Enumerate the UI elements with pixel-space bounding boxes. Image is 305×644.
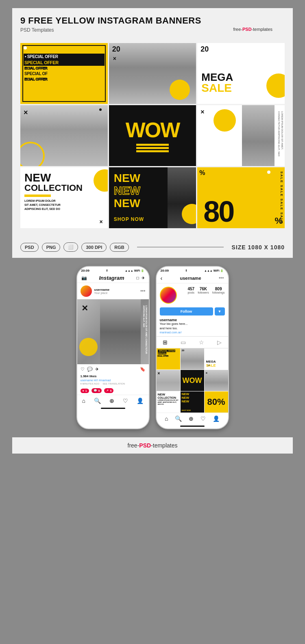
status-bar-2: 20:09 ⇑ ▲▲▲ WiFi 🔋 (157, 267, 228, 273)
phone-mockups-section: 20:09 ⇑ ▲▲▲ WiFi 🔋 📷 Instagram □ ✈ (12, 258, 293, 437)
x-mark: ✕ (81, 303, 88, 313)
plus-nav-icon-2[interactable]: ⊕ (189, 415, 194, 422)
copy-icon: ⬜ (68, 244, 74, 250)
banner-fashion-photo: 20 × (109, 43, 196, 104)
badge-rgb: RGB (110, 243, 129, 252)
follow-dropdown[interactable]: ▼ (215, 307, 225, 316)
page-title: 9 FREE YELLOW INSTAGRAM BANNERS (20, 15, 285, 26)
profile-tabs: ⊞ ▭ ☆ ▷ (157, 336, 228, 348)
grid-cell-3: 20 MEGA SALE (205, 348, 228, 370)
share-icon[interactable]: ✈ (95, 367, 99, 372)
profile-avatar (160, 287, 177, 304)
banner-mega-sale: 20 MEGA SALE (197, 43, 285, 104)
search-nav-icon[interactable]: 🔍 (94, 398, 101, 404)
more-options-icon[interactable]: ••• (219, 275, 224, 281)
bottom-nav-2: ⌂ 🔍 ⊕ ♡ 👤 (157, 413, 228, 424)
grid-cell-7: NEW COLLECTION LOREM IPSUM DOLOR SIT AME… (157, 391, 180, 413)
comment-icon[interactable]: 💬 (87, 367, 93, 372)
grid-cell-4: × (157, 370, 180, 391)
logo-top: free-PSD-templates (233, 27, 272, 32)
post-side-text: LOREM IPSUM DOLOR SIT AMET, CONSECTETUR … (143, 305, 148, 364)
heart-nav-icon-2[interactable]: ♡ (200, 415, 206, 422)
banner-new-repeated: NEW NEW NEW SHOP NOW (109, 167, 196, 228)
post-caption: username Hi!! #marinad (77, 379, 149, 383)
send-icon: ✈ (142, 276, 145, 280)
bottom-nav-1: ⌂ 🔍 ⊕ ♡ 👤 (77, 395, 149, 406)
badge-psd: PSD (20, 243, 39, 252)
home-nav-icon-2[interactable]: ⌂ (165, 415, 168, 422)
list-tab[interactable]: ▭ (181, 339, 186, 346)
grid-cell-8: NEWNEWNEW SHOP NOW (181, 391, 204, 413)
grid-cell-9: 80% (205, 391, 228, 413)
location-icon-2: ⇑ (185, 269, 187, 272)
footer-section: free-PSD-templates (12, 437, 293, 454)
file-info-section: PSD PNG ⬜ 300 DPI RGB SIZE 1080 X 1080 (12, 236, 293, 258)
share-notification: ↗5 (104, 388, 113, 393)
banner-80-sale: % 80 % SALE SALE SALE SALE (197, 167, 285, 228)
more-icon: ••• (140, 288, 146, 294)
profile-header: ‹ username ••• (157, 273, 228, 283)
back-icon[interactable]: ‹ (161, 275, 163, 281)
notifications-row: ♥1 💬9 ↗5 (77, 387, 149, 395)
profile-grid: • SPECIAL OFFER SPECIAL ECIAL OFFER 20 2… (157, 348, 228, 413)
post-time: 8 MINUTES AGO SEE TRANSLATION (77, 383, 149, 387)
grid-cell-1: • SPECIAL OFFER SPECIAL ECIAL OFFER (157, 348, 180, 370)
home-nav-icon[interactable]: ⌂ (82, 398, 85, 404)
follow-button[interactable]: Follow (160, 307, 213, 316)
grid-tab[interactable]: ⊞ (163, 339, 168, 346)
banner-hat-person: × (20, 105, 108, 166)
grid-cell-5: WOW (181, 370, 204, 391)
home-indicator-1 (101, 408, 125, 409)
profile-nav-icon[interactable]: 👤 (137, 398, 144, 404)
likes-count: 1.984 likes (77, 374, 149, 379)
battery-icon: 🔋 (141, 269, 144, 272)
profile-info: 457 posts 76K followers 809 followings (157, 283, 228, 306)
header-section: 9 FREE YELLOW INSTAGRAM BANNERS PSD Temp… (12, 8, 293, 37)
post-actions: ♡ 💬 ✈ 🔖 (77, 364, 149, 374)
plus-nav-icon[interactable]: ⊕ (109, 398, 114, 404)
wifi-icon: ▲▲▲ (125, 269, 133, 272)
format-badges: PSD PNG ⬜ 300 DPI RGB (20, 242, 129, 252)
badge-copy: ⬜ (63, 242, 78, 252)
avatar-1 (81, 285, 92, 297)
banner-special-offer: • SPECIAL OFFER SPECIAL OFFER ECIAL OFFE… (20, 43, 108, 104)
wifi-symbol: WiFi (134, 269, 140, 272)
igtv-tab[interactable]: ▷ (217, 339, 222, 346)
heart-notification: ♥1 (81, 389, 89, 393)
banner-grid-section: • SPECIAL OFFER SPECIAL OFFER ECIAL OFFE… (12, 37, 293, 236)
banner-wow: WOW (109, 105, 196, 166)
tv-icon: □ (136, 276, 139, 280)
yellow-circle (79, 338, 98, 356)
grid-cell-6: × (205, 370, 228, 391)
banner-new-collection: NEW COLLECTION LOREM IPSUM DOLORSIT AMET… (20, 167, 108, 228)
banner-seated-person: × LOREM IPSUM DOLOR SIT AMET, CONSECTETU… (197, 105, 285, 166)
followers-stat: 76K followers (198, 287, 209, 294)
heart-nav-icon[interactable]: ♡ (123, 398, 128, 404)
search-nav-icon-2[interactable]: 🔍 (175, 415, 182, 422)
badge-dpi: 300 DPI (81, 243, 107, 252)
post-image: ✕ LOREM IPSUM DOLOR SIT AMET, CONSECTETU… (77, 299, 149, 364)
comment-notification: 💬9 (92, 388, 102, 393)
bookmark-icon[interactable]: 🔖 (140, 367, 146, 372)
banner-grid: • SPECIAL OFFER SPECIAL OFFER ECIAL OFFE… (20, 43, 285, 228)
phone-profile-mockup: 20:09 ⇑ ▲▲▲ WiFi 🔋 ‹ username ••• 45 (156, 266, 229, 429)
footer-logo: free-PSD-templates (128, 442, 178, 449)
phone-feed-mockup: 20:09 ⇑ ▲▲▲ WiFi 🔋 📷 Instagram □ ✈ (76, 266, 150, 429)
grid-cell-2: 20 (181, 348, 204, 370)
battery-icon-2: 🔋 (220, 269, 224, 272)
posts-stat: 457 posts (187, 287, 194, 294)
home-indicator-2 (180, 426, 205, 427)
tagged-tab[interactable]: ☆ (199, 339, 204, 346)
profile-bio: username Your bio goes here...and here t… (157, 317, 228, 336)
instagram-nav: 📷 Instagram □ ✈ (77, 273, 149, 283)
size-label: SIZE 1080 X 1080 (232, 244, 285, 251)
profile-stats: 457 posts 76K followers 809 followings (179, 287, 225, 294)
heart-icon[interactable]: ♡ (81, 367, 85, 372)
following-stat: 809 followings (212, 287, 225, 294)
signal-icon: ▲▲▲ (204, 269, 213, 272)
location-icon: ⇑ (106, 269, 108, 272)
post-profile-row: username Your place ••• (77, 283, 149, 299)
follow-row: Follow ▼ (157, 306, 228, 317)
profile-nav-icon-2[interactable]: 👤 (213, 415, 220, 422)
badge-png: PNG (42, 243, 61, 252)
